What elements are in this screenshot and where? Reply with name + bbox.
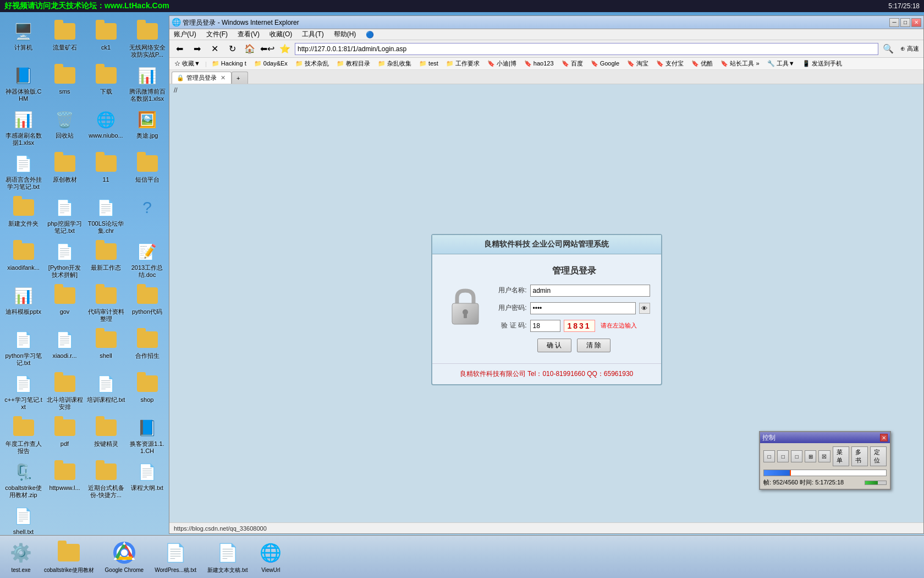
icon-question[interactable]: ? [127, 194, 168, 238]
ctrl-more-btn[interactable]: 多书 [851, 446, 868, 466]
control-close-button[interactable]: ✕ [880, 434, 888, 441]
control-timeline[interactable] [763, 470, 887, 476]
ctrl-btn-5[interactable]: ☒ [818, 450, 830, 462]
taskbar-icon-test[interactable]: ⚙️ test.exe [6, 538, 36, 576]
icon-folder-shop[interactable]: shop [127, 370, 168, 415]
icon-txt-pythonxuexibiji[interactable]: 📄 python学习笔记.txt [3, 326, 44, 370]
menu-tools[interactable]: 工具(T) [300, 29, 326, 40]
icon-doc-2013[interactable]: 📝 2013工作总结.doc [127, 238, 168, 282]
icon-excel-tencent[interactable]: 📊 腾讯微博前百名数据1.xlsx [127, 62, 168, 106]
fav-hacking[interactable]: 📁 Hacking t [209, 59, 249, 68]
icon-folder-anjian[interactable]: 按键精灵 [85, 415, 127, 459]
icon-folder-beidou[interactable]: 北斗培训课程安排 [44, 370, 85, 415]
icon-txt-python[interactable]: 📄 [Python开发技术拼解] [44, 238, 85, 282]
taskbar-icon-wordpress[interactable]: 📄 WordPres...稿.txt [151, 538, 200, 576]
fav-tools[interactable]: 🔧 工具▼ [765, 59, 798, 68]
icon-folder-ck1[interactable]: ck1 [85, 18, 127, 62]
menu-help[interactable]: 帮助(H) [332, 29, 359, 40]
confirm-button[interactable]: 确 认 [537, 339, 571, 352]
search-button[interactable]: 🔍 [881, 42, 896, 56]
fav-test[interactable]: 📁 test [416, 59, 441, 68]
icon-folder-new[interactable]: 新建文件夹 [3, 194, 44, 238]
favorites-button[interactable]: ⭐ [277, 42, 293, 56]
icon-txt-cpp[interactable]: 📄 c++学习笔记.txt [3, 370, 44, 415]
taskbar-icon-newdoc[interactable]: 📄 新建文本文稿.txt [204, 538, 251, 576]
icon-txt-yiyu[interactable]: 📄 易语言含外挂学习笔记.txt [3, 150, 44, 194]
icon-chm-huanke[interactable]: 📘 换客资源1.1.1.CH [127, 415, 168, 459]
taskbar-icon-viewurl[interactable]: 🌐 ViewUrl [255, 538, 286, 576]
captcha-input[interactable] [530, 320, 560, 332]
icon-folder-niandu[interactable]: 年度工作查人报告 [3, 415, 44, 459]
icon-folder-pdf[interactable]: pdf [44, 415, 85, 459]
maximize-button[interactable]: □ [900, 18, 910, 27]
clear-button[interactable]: 清 除 [577, 339, 610, 352]
icon-txt-phpwajue[interactable]: 📄 php挖掘学习笔记.txt [44, 194, 85, 238]
icon-folder-zuixingongzuo[interactable]: 最新工作态 [85, 238, 127, 282]
password-eye-button[interactable]: 👁 [639, 303, 650, 314]
ctrl-btn-1[interactable]: □ [763, 450, 775, 462]
icon-folder-http[interactable]: httpwww.l... [44, 459, 85, 503]
fav-zaluan[interactable]: 📁 杂乱收集 [375, 59, 414, 68]
zoom-control[interactable]: ⊕ 高速 [898, 45, 921, 53]
address-input[interactable] [295, 43, 878, 55]
menu-view[interactable]: 查看(V) [235, 29, 262, 40]
fav-hao123[interactable]: 🔖 hao123 [521, 59, 557, 68]
fav-taobao[interactable]: 🔖 淘宝 [624, 59, 651, 68]
taskbar-icon-chrome[interactable]: Google Chrome [102, 538, 147, 576]
fav-google[interactable]: 🔖 Google [588, 59, 623, 68]
fav-jiaocheng[interactable]: 📁 教程目录 [334, 59, 373, 68]
icon-recycle-bin[interactable]: 🗑️ 回收站 [44, 106, 85, 150]
icon-folder-sms[interactable]: sms [44, 62, 85, 106]
icon-pptx-dike[interactable]: 📊 迪科模板pptx [3, 282, 44, 326]
taskbar-icon-cobalt[interactable]: cobaltstrike使用教材 [41, 538, 97, 576]
home-button[interactable]: 🏠 [242, 42, 257, 56]
refresh-button[interactable]: ↻ [224, 42, 240, 56]
icon-file-t00ls[interactable]: 📄 T00LS论坛华集.chr [85, 194, 127, 238]
icon-folder-hezuozhaosheng[interactable]: 合作招生 [127, 326, 168, 370]
menu-favorites[interactable]: 收藏(O) [267, 29, 294, 40]
fav-youku[interactable]: 🔖 优酷 [689, 59, 716, 68]
username-input[interactable] [530, 285, 650, 297]
close-button[interactable]: ✕ [911, 18, 921, 27]
icon-folder-jinjitaishi[interactable]: 近期台式机备份-快捷方... [85, 459, 127, 503]
icon-folder-yuanchuang[interactable]: 原创教材 [44, 150, 85, 194]
icon-folder-liuliangkuangshi[interactable]: 流量矿石 [44, 18, 85, 62]
icon-chm-shengqi[interactable]: 📘 神器体验版.CHM [3, 62, 44, 106]
icon-folder-xiaodifank[interactable]: xiaodifank... [3, 238, 44, 282]
tab-new[interactable]: + [232, 72, 248, 84]
forward-button[interactable]: ➡ [189, 42, 205, 56]
minimize-button[interactable]: ─ [889, 18, 899, 27]
icon-web-niubo[interactable]: 🌐 www.niubo... [85, 106, 127, 150]
ctrl-menu-btn[interactable]: 菜单 [833, 446, 849, 466]
back-button[interactable]: ⬅ [172, 42, 187, 56]
menu-account[interactable]: 账户(U) [172, 29, 199, 40]
ctrl-locate-btn[interactable]: 定位 [870, 446, 887, 466]
ctrl-btn-2[interactable]: □ [777, 450, 789, 462]
icon-jpg-aotu[interactable]: 🖼️ 奥途.jpg [127, 106, 168, 150]
icon-excel-li[interactable]: 📊 李感谢刷名数据1.xlsx [3, 106, 44, 150]
icon-txt-peixun[interactable]: 📄 培训课程纪.txt [85, 370, 127, 415]
fav-fasongdaoshouji[interactable]: 📱 发送到手机 [800, 59, 845, 68]
icon-zip-cobalt[interactable]: 🗜️ cobaltstrike使用教材.zip [3, 459, 44, 503]
icon-folder-smsplatform[interactable]: 短信平台 [127, 150, 168, 194]
icon-folder-wuxian[interactable]: 无线网络安全攻防实战P... [127, 18, 168, 62]
fav-gongzuoyaoqiu[interactable]: 📁 工作要求 [443, 59, 482, 68]
menu-file[interactable]: 文件(F) [204, 29, 230, 40]
password-input[interactable] [530, 302, 636, 314]
icon-folder-shell[interactable]: shell [85, 326, 127, 370]
ctrl-btn-3[interactable]: □ [791, 450, 802, 462]
icon-folder-daimashenjiziliao[interactable]: 代码审计资料整理 [85, 282, 127, 326]
icon-folder-11[interactable]: 11 [85, 150, 127, 194]
fav-0day[interactable]: 📁 0day&Ex [251, 59, 290, 68]
icon-folder-download[interactable]: 下载 [85, 62, 127, 106]
tab-login[interactable]: 🔒 管理员登录 ✕ [172, 72, 232, 84]
stop-button[interactable]: ✕ [207, 42, 222, 56]
restore-button[interactable]: ⬅↩ [260, 42, 275, 56]
icon-folder-pythondaima[interactable]: python代码 [127, 282, 168, 326]
fav-collections[interactable]: ☆ 收藏▼ [172, 59, 203, 68]
ctrl-btn-4[interactable]: ⊞ [805, 450, 816, 462]
icon-file-xiaodi[interactable]: 📄 xiaodi.r... [44, 326, 85, 370]
tab-close-button[interactable]: ✕ [219, 74, 227, 82]
fav-zhanzhang[interactable]: 🔖 站长工具 » [718, 59, 762, 68]
fav-zhifubao[interactable]: 🔖 支付宝 [653, 59, 686, 68]
